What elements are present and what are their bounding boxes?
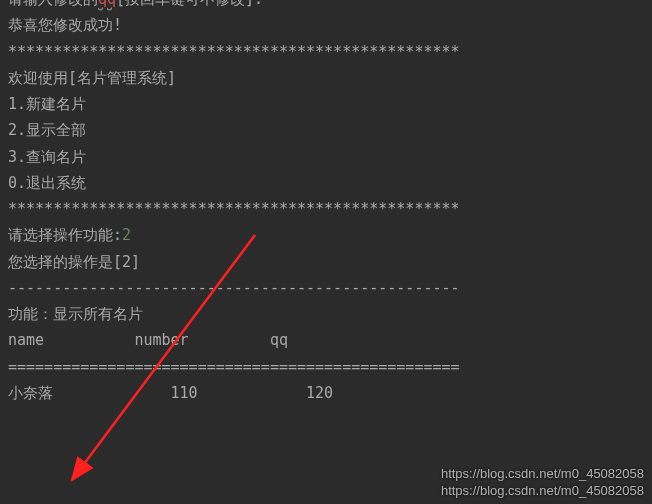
separator-dashes: ----------------------------------------… bbox=[8, 275, 644, 301]
selected-echo: 您选择的操作是[2] bbox=[8, 249, 644, 275]
menu-item-3: 3.查询名片 bbox=[8, 144, 644, 170]
row-qq: 120 bbox=[306, 384, 333, 402]
menu-item-2: 2.显示全部 bbox=[8, 117, 644, 143]
user-input: 2 bbox=[122, 226, 131, 244]
menu-item-1: 1.新建名片 bbox=[8, 91, 644, 117]
function-title: 功能：显示所有名片 bbox=[8, 301, 644, 327]
welcome-line: 欢迎使用[名片管理系统] bbox=[8, 65, 644, 91]
row-name: 小奈落 bbox=[8, 384, 53, 402]
prompt-text: 请输入修改的qq[按回车键可不修改]: bbox=[8, 0, 263, 8]
separator-equals: ========================================… bbox=[8, 354, 644, 380]
watermark-line-2: https://blog.csdn.net/m0_45082058 bbox=[441, 482, 644, 500]
select-label: 请选择操作功能: bbox=[8, 226, 122, 244]
prompt-line-partial: 请输入修改的qq[按回车键可不修改]: bbox=[8, 0, 644, 12]
table-header: name number qq bbox=[8, 327, 644, 353]
col-qq: qq bbox=[270, 331, 288, 349]
col-number: number bbox=[134, 331, 188, 349]
col-name: name bbox=[8, 331, 44, 349]
table-row: 小奈落 110 120 bbox=[8, 380, 644, 406]
qq-highlight: qq bbox=[98, 0, 116, 8]
terminal-output: 请输入修改的qq[按回车键可不修改]: 恭喜您修改成功! ***********… bbox=[8, 0, 644, 406]
separator-stars-2: ****************************************… bbox=[8, 196, 644, 222]
select-prompt: 请选择操作功能:2 bbox=[8, 222, 644, 248]
success-message: 恭喜您修改成功! bbox=[8, 12, 644, 38]
watermark-line-1: https://blog.csdn.net/m0_45082058 bbox=[441, 465, 644, 483]
watermark: https://blog.csdn.net/m0_45082058 https:… bbox=[441, 465, 644, 500]
separator-stars: ****************************************… bbox=[8, 39, 644, 65]
row-number: 110 bbox=[170, 384, 197, 402]
menu-item-0: 0.退出系统 bbox=[8, 170, 644, 196]
